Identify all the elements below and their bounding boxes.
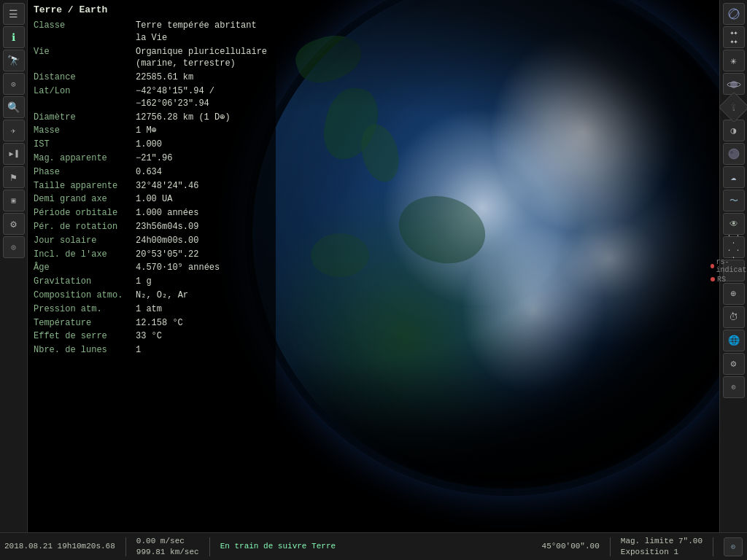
moon-button[interactable] <box>723 143 745 165</box>
storm-button[interactable]: 〜 <box>723 190 745 211</box>
value-periode-orb: 1.000 années <box>136 207 198 219</box>
right-settings-button[interactable]: ⚙ <box>723 353 745 375</box>
telescope-button[interactable]: 🔭 <box>3 50 25 71</box>
label-classe: Classe <box>34 20 136 44</box>
speed-section: 0.00 m/sec 999.81 km/sec <box>136 536 199 557</box>
value-masse: 1 M⊕ <box>136 125 157 137</box>
mag-limite-display: Mag. limite 7".00 <box>621 536 703 546</box>
label-ist: IST <box>34 139 136 151</box>
info-row-per-rot: Pér. de rotation 23h56m04s.09 <box>34 221 270 233</box>
svg-point-4 <box>729 149 739 159</box>
value-incl: 20°53'05".22 <box>136 249 198 261</box>
label-diametre: Diamètre <box>34 112 136 124</box>
info-row-masse: Masse 1 M⊕ <box>34 125 270 137</box>
bottom-bar: 2018.08.21 19h10m20s.68 0.00 m/sec 999.8… <box>0 532 747 560</box>
info-row-lunes: Nbre. de lunes 1 <box>34 344 270 357</box>
label-phase: Phase <box>34 166 136 179</box>
speed-display-2: 999.81 km/sec <box>136 547 199 557</box>
info-row-incl: Incl. de l'axe 20°53'05".22 <box>34 249 270 261</box>
flag-button[interactable]: ⚑ <box>3 166 25 188</box>
label-temperature: Température <box>34 317 136 330</box>
divider-4 <box>713 537 713 556</box>
menu-button[interactable]: ☰ <box>3 3 25 25</box>
rs-indicator: rs-indicator RS <box>711 258 747 284</box>
settings-button[interactable]: ⚙ <box>3 213 25 235</box>
planet-title: Terre / Earth <box>34 4 270 15</box>
value-effet: 33 °C <box>136 330 162 343</box>
label-compo: Composition atmo. <box>34 289 136 302</box>
crosshair-button[interactable]: ⊕ <box>723 283 745 305</box>
value-age: 4.570·10⁹ années <box>136 262 220 274</box>
sparkle-button[interactable]: · · ·· · · <box>723 236 745 258</box>
label-mag: Mag. apparente <box>34 152 136 165</box>
timer-button[interactable]: ⏱ <box>723 306 745 328</box>
cloud-button[interactable]: ☁ <box>723 166 745 188</box>
info-row-diametre: Diamètre 12756.28 km (1 D⊕) <box>34 112 270 124</box>
info-row-gravitation: Gravitation 1 g <box>34 276 270 288</box>
label-incl: Incl. de l'axe <box>34 249 136 261</box>
value-gravitation: 1 g <box>136 276 152 288</box>
info-row-pression: Pression atm. 1 atm <box>34 303 270 316</box>
label-vie: Vie <box>34 46 136 71</box>
right-sidebar: ✦✦✦✦ ✳ ☄ ◑ ☁ 〜 👁 · · ·· · · rs-indicator… <box>719 0 747 560</box>
mag-section: Mag. limite 7".00 Exposition 1 <box>621 536 703 557</box>
label-pression: Pression atm. <box>34 303 136 316</box>
divider-3 <box>610 537 611 556</box>
value-taille: 32°48'24".46 <box>136 180 198 192</box>
info-row-latlon: Lat/Lon −42°48'15".94 / −162°06'23".94 <box>34 85 270 110</box>
rs-dot-2: RS <box>711 276 747 284</box>
coords-section: 45°00'00".00 <box>542 541 600 551</box>
info-row-taille: Taille apparente 32°48'24".46 <box>34 180 270 192</box>
divider-1 <box>125 537 126 556</box>
datetime-section: 2018.08.21 19h10m20s.68 <box>4 541 115 551</box>
galaxy-button[interactable] <box>723 3 745 25</box>
label-distance: Distance <box>34 71 136 84</box>
label-demi: Demi grand axe <box>34 193 136 206</box>
film-button[interactable]: ▶▐ <box>3 143 25 165</box>
info-row-phase: Phase 0.634 <box>34 166 270 179</box>
monitor-button[interactable]: ▣ <box>3 190 25 211</box>
value-jour-sol: 24h00m00s.00 <box>136 235 198 247</box>
label-gravitation: Gravitation <box>34 276 136 288</box>
comet-button[interactable]: ☄ <box>718 92 747 122</box>
label-masse: Masse <box>34 125 136 137</box>
value-ist: 1.000 <box>136 139 162 151</box>
rs-indicator-button[interactable]: rs-indicator RS <box>723 260 745 281</box>
value-diametre: 12756.28 km (1 D⊕) <box>136 112 231 124</box>
info-row-compo: Composition atmo. N₂, O₂, Ar <box>34 289 270 302</box>
rs-dot-1: rs-indicator <box>711 258 747 274</box>
camera2-button[interactable]: ◎ <box>3 236 25 258</box>
right-camera-button[interactable]: ⊙ <box>723 376 745 398</box>
crescent-button[interactable]: ◑ <box>723 120 745 141</box>
value-compo: N₂, O₂, Ar <box>136 289 188 302</box>
ring-planet-button[interactable] <box>723 73 745 95</box>
value-mag: −21".96 <box>136 152 172 165</box>
speed-display-1: 0.00 m/sec <box>136 536 199 546</box>
info-row-effet: Effet de serre 33 °C <box>34 330 270 343</box>
search-button[interactable]: 🔍 <box>3 96 25 118</box>
earth-globe <box>252 0 719 489</box>
info-row-periode-orb: Période orbitale 1.000 années <box>34 207 270 219</box>
rocket-button[interactable]: ✈ <box>3 120 25 141</box>
value-phase: 0.634 <box>136 166 162 179</box>
coords-display: 45°00'00".00 <box>542 541 600 551</box>
info-row-temperature: Température 12.158 °C <box>34 317 270 330</box>
exposition-display: Exposition 1 <box>621 547 703 557</box>
info-row-distance: Distance 22585.61 km <box>34 71 270 84</box>
bottom-action-button[interactable]: ⊙ <box>724 537 743 556</box>
label-periode-orb: Période orbitale <box>34 207 136 219</box>
value-demi: 1.00 UA <box>136 193 172 206</box>
globe-button[interactable]: 🌐 <box>723 330 745 351</box>
stars-button[interactable]: ✦✦✦✦ <box>723 26 745 48</box>
info-button[interactable]: ℹ <box>3 26 25 48</box>
svg-point-5 <box>730 151 733 154</box>
info-row-age: Âge 4.570·10⁹ années <box>34 262 270 274</box>
starburst-button[interactable]: ✳ <box>723 50 745 71</box>
value-classe: Terre tempérée abritant la Vie <box>136 20 270 44</box>
planets-button[interactable]: ⊙ <box>3 73 25 95</box>
value-vie: Organique pluricellulaire (marine, terre… <box>136 46 270 71</box>
value-lunes: 1 <box>136 344 141 357</box>
label-age: Âge <box>34 262 136 274</box>
label-taille: Taille apparente <box>34 180 136 192</box>
label-per-rot: Pér. de rotation <box>34 221 136 233</box>
